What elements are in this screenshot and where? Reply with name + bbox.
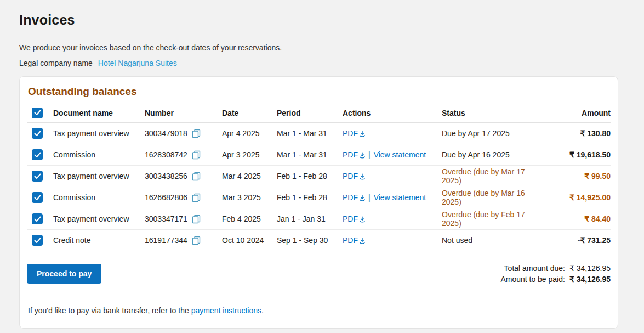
actions-separator: | xyxy=(368,150,371,159)
amount: ₹ 130.80 xyxy=(539,129,611,138)
invoices-table: Document name Number Date Period Actions… xyxy=(27,103,611,251)
page-title: Invoices xyxy=(19,12,625,28)
legal-company-line: Legal company name Hotel Nagarjuna Suite… xyxy=(19,59,625,67)
download-icon xyxy=(358,237,366,245)
payment-action-row: Proceed to pay Total amount due:₹ 34,126… xyxy=(27,263,611,285)
amount: ₹ 99.50 xyxy=(539,172,611,180)
amount-to-be-paid-value: ₹ 34,126.95 xyxy=(569,275,611,284)
table-row: Credit note 1619177344 Oct 10 2024 Sep 1… xyxy=(27,230,611,251)
invoice-period: Feb 1 - Feb 28 xyxy=(277,172,343,180)
invoice-period: Mar 1 - Mar 31 xyxy=(277,129,343,138)
copy-icon[interactable] xyxy=(192,193,201,202)
check-icon xyxy=(34,173,41,179)
pdf-download-link[interactable]: PDF xyxy=(343,172,366,180)
proceed-to-pay-button[interactable]: Proceed to pay xyxy=(27,264,101,284)
row-checkbox[interactable] xyxy=(32,192,43,203)
document-name: Commission xyxy=(53,193,145,202)
document-name: Credit note xyxy=(53,236,145,245)
total-amount-due-line: Total amount due:₹ 34,126.95 xyxy=(500,263,611,274)
check-icon xyxy=(34,216,41,222)
pdf-download-link[interactable]: PDF xyxy=(343,150,366,159)
col-document-name: Document name xyxy=(53,109,145,117)
download-icon xyxy=(358,130,366,138)
invoice-number: 1628308742 xyxy=(145,150,187,159)
row-checkbox[interactable] xyxy=(32,235,43,246)
invoice-period: Feb 1 - Feb 28 xyxy=(277,193,343,202)
bank-transfer-text: If you'd like to pay via bank transfer, … xyxy=(28,306,189,315)
invoice-period: Jan 1 - Jan 31 xyxy=(277,215,343,223)
row-checkbox[interactable] xyxy=(32,171,43,182)
row-checkbox[interactable] xyxy=(32,213,43,224)
view-statement-link[interactable]: View statement xyxy=(374,150,426,159)
row-checkbox[interactable] xyxy=(32,128,43,139)
document-name: Commission xyxy=(53,150,145,159)
payment-instructions-link[interactable]: payment instructions. xyxy=(191,306,264,315)
check-icon xyxy=(34,195,41,201)
amount: ₹ 84.40 xyxy=(539,215,611,223)
amount: ₹ 19,618.50 xyxy=(539,150,611,159)
check-icon xyxy=(34,110,41,116)
amount: ₹ 14,925.00 xyxy=(539,193,611,202)
check-icon xyxy=(34,131,41,137)
download-icon xyxy=(358,151,366,159)
invoice-date: Oct 10 2024 xyxy=(222,236,277,245)
status-text: Overdue (due by Feb 17 2025) xyxy=(442,210,539,228)
invoice-number: 3003347171 xyxy=(145,215,187,223)
view-statement-link[interactable]: View statement xyxy=(374,193,426,202)
status-text: Overdue (due by Mar 16 2025) xyxy=(442,189,539,206)
table-row: Tax payment overview 3003479018 Apr 4 20… xyxy=(27,123,611,144)
totals-summary: Total amount due:₹ 34,126.95 Amount to b… xyxy=(500,263,611,285)
copy-icon[interactable] xyxy=(192,215,201,224)
row-checkbox[interactable] xyxy=(32,149,43,160)
table-row: Commission 1626682806 Mar 3 2025 Feb 1 -… xyxy=(27,187,611,208)
invoice-date: Apr 3 2025 xyxy=(222,150,277,159)
invoices-page: Invoices We produce your invoices based … xyxy=(0,0,644,333)
pdf-download-link[interactable]: PDF xyxy=(343,193,366,202)
legal-company-link[interactable]: Hotel Nagarjuna Suites xyxy=(98,59,177,67)
invoice-period: Mar 1 - Mar 31 xyxy=(277,150,343,159)
document-name: Tax payment overview xyxy=(53,215,145,223)
status-text: Not used xyxy=(442,236,539,245)
amount-to-be-paid-label: Amount to be paid: xyxy=(500,275,565,284)
table-row: Commission 1628308742 Apr 3 2025 Mar 1 -… xyxy=(27,144,611,166)
bank-transfer-note: If you'd like to pay via bank transfer, … xyxy=(27,298,611,324)
pdf-download-link[interactable]: PDF xyxy=(343,129,366,138)
check-icon xyxy=(34,238,41,244)
col-actions: Actions xyxy=(343,109,442,117)
invoice-date: Apr 4 2025 xyxy=(222,129,277,138)
download-icon xyxy=(358,216,366,223)
copy-icon[interactable] xyxy=(192,150,201,160)
invoice-date: Mar 4 2025 xyxy=(222,172,277,180)
pdf-download-link[interactable]: PDF xyxy=(343,236,366,245)
download-icon xyxy=(358,173,366,180)
copy-icon[interactable] xyxy=(192,172,201,181)
table-header-row: Document name Number Date Period Actions… xyxy=(27,103,611,123)
actions-separator: | xyxy=(368,193,371,202)
copy-icon[interactable] xyxy=(192,129,201,138)
invoice-number: 1626682806 xyxy=(145,193,187,202)
col-amount: Amount xyxy=(539,109,611,117)
table-row: Tax payment overview 3003438256 Mar 4 20… xyxy=(27,166,611,187)
invoice-date: Mar 3 2025 xyxy=(222,193,277,202)
status-text: Overdue (due by Mar 17 2025) xyxy=(442,167,539,185)
invoice-number: 1619177344 xyxy=(145,236,187,245)
pdf-download-link[interactable]: PDF xyxy=(343,215,366,223)
invoice-number: 3003479018 xyxy=(145,129,187,138)
invoice-date: Feb 4 2025 xyxy=(222,215,277,223)
table-row: Tax payment overview 3003347171 Feb 4 20… xyxy=(27,208,611,230)
download-icon xyxy=(358,194,366,202)
outstanding-balances-card: Outstanding balances Document name Numbe… xyxy=(19,76,618,329)
status-text: Due by Apr 16 2025 xyxy=(442,150,539,159)
invoice-period: Sep 1 - Sep 30 xyxy=(277,236,343,245)
card-heading: Outstanding balances xyxy=(27,86,611,98)
check-icon xyxy=(34,152,41,158)
amount: -₹ 731.25 xyxy=(539,236,611,245)
total-amount-due-label: Total amount due: xyxy=(504,264,565,273)
legal-company-label: Legal company name xyxy=(19,59,93,67)
copy-icon[interactable] xyxy=(192,236,201,245)
amount-to-be-paid-line: Amount to be paid:₹ 34,126.95 xyxy=(500,274,611,285)
invoice-number: 3003438256 xyxy=(145,172,187,180)
col-status: Status xyxy=(442,109,539,117)
select-all-checkbox[interactable] xyxy=(32,108,43,118)
col-number: Number xyxy=(145,109,222,117)
